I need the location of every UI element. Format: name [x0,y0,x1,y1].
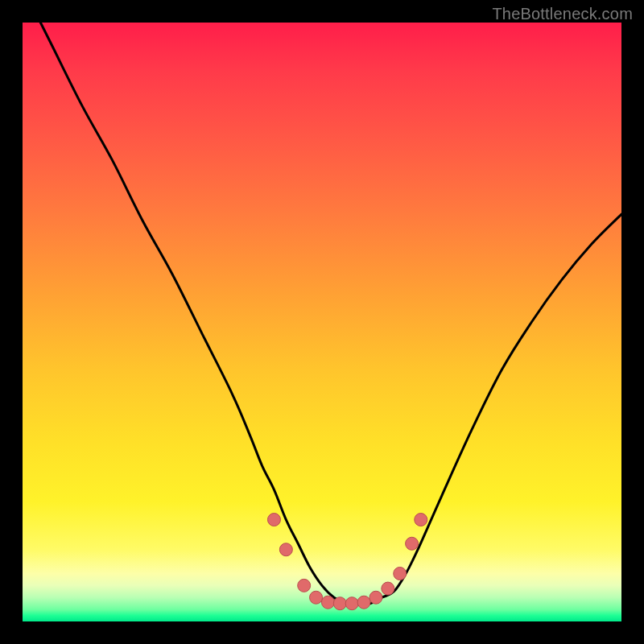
bottleneck-curve [23,23,621,621]
curve-marker [267,514,280,526]
curve-markers [267,514,427,610]
curve-marker [415,514,427,526]
curve-marker [394,567,407,580]
curve-marker [345,597,358,610]
curve-marker [298,579,311,592]
curve-marker [279,543,292,556]
curve-marker [333,597,346,610]
curve-marker [406,537,419,550]
curve-marker [382,582,394,595]
chart-frame: TheBottleneck.com [0,0,644,644]
curve-marker [321,596,334,609]
curve-marker [310,591,323,604]
curve-marker [369,591,382,604]
plot-area [23,23,621,621]
curve-path [40,23,621,604]
curve-marker [357,596,370,609]
watermark-text: TheBottleneck.com [492,5,633,23]
